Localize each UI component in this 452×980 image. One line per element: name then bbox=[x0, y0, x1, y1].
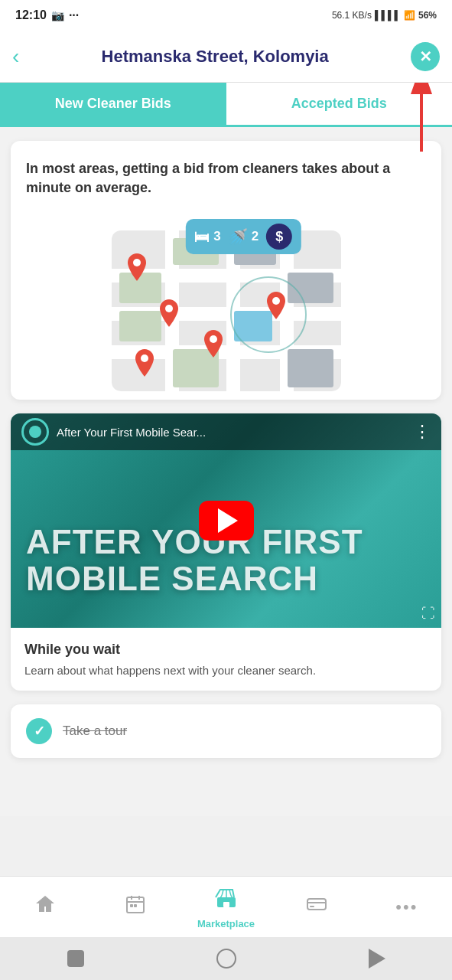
svg-point-4 bbox=[210, 335, 217, 343]
triangle-nav-icon bbox=[369, 949, 385, 969]
svg-rect-11 bbox=[130, 904, 133, 907]
svg-rect-14 bbox=[223, 902, 229, 907]
fullscreen-icon[interactable]: ⛶ bbox=[421, 606, 435, 622]
map-background bbox=[112, 230, 341, 391]
video-description: Learn about what happens next with your … bbox=[24, 662, 428, 678]
svg-rect-17 bbox=[310, 906, 314, 907]
nav-calendar[interactable] bbox=[90, 893, 180, 920]
map-pin-1 bbox=[125, 253, 148, 281]
nav-home[interactable] bbox=[0, 893, 90, 920]
bottom-nav: Marketplace ••• bbox=[0, 876, 452, 937]
status-dots: ··· bbox=[69, 8, 79, 22]
map-tooltip-badge: 🛏 3 🚿 2 $ bbox=[185, 219, 301, 254]
status-icons: 56.1 KB/s ▌▌▌▌ 📶 56% bbox=[332, 10, 437, 21]
header: ‹ Hetmanska Street, Kolomyia ✕ bbox=[0, 31, 452, 83]
dollar-badge: $ bbox=[266, 224, 292, 250]
page-title: Hetmanska Street, Kolomyia bbox=[28, 47, 402, 67]
main-content: In most areas, getting a bid from cleane… bbox=[0, 127, 452, 816]
svg-rect-15 bbox=[307, 899, 326, 910]
calendar-icon bbox=[125, 893, 146, 920]
back-button-system[interactable] bbox=[363, 944, 392, 973]
play-button[interactable] bbox=[199, 501, 254, 541]
tour-check-icon: ✓ bbox=[26, 718, 52, 744]
marketplace-icon bbox=[214, 885, 239, 915]
status-time: 12:10 📷 ··· bbox=[15, 8, 79, 22]
nav-more[interactable]: ••• bbox=[362, 897, 452, 917]
info-card: In most areas, getting a bid from cleane… bbox=[11, 141, 441, 400]
card-icon bbox=[306, 893, 327, 920]
nav-marketplace[interactable]: Marketplace bbox=[180, 885, 271, 929]
network-speed: 56.1 KB/s bbox=[332, 10, 372, 21]
wifi-icon: 📶 bbox=[404, 10, 415, 21]
svg-point-5 bbox=[272, 297, 280, 305]
while-you-wait-label: While you wait bbox=[24, 642, 428, 658]
map-pin-3 bbox=[202, 330, 225, 358]
map-illustration: 🛏 3 🚿 2 $ bbox=[26, 211, 426, 387]
back-button[interactable]: ‹ bbox=[12, 46, 19, 67]
svg-point-3 bbox=[165, 305, 173, 312]
video-top-bar: After Your First Mobile Sear... ⋮ bbox=[11, 413, 441, 450]
tab-accepted-bids[interactable]: Accepted Bids bbox=[226, 83, 453, 125]
video-more-options[interactable]: ⋮ bbox=[414, 422, 431, 442]
close-button[interactable]: ✕ bbox=[411, 42, 440, 71]
signal-icon: ▌▌▌▌ bbox=[375, 10, 401, 21]
bath-count: 2 bbox=[252, 229, 259, 244]
recents-button[interactable] bbox=[61, 944, 90, 973]
square-nav-icon bbox=[67, 950, 84, 967]
svg-point-6 bbox=[141, 354, 148, 362]
map-pin-5 bbox=[133, 349, 156, 377]
bed-count: 3 bbox=[213, 229, 220, 244]
home-icon bbox=[34, 893, 56, 920]
status-bar: 12:10 📷 ··· 56.1 KB/s ▌▌▌▌ 📶 56% bbox=[0, 0, 452, 31]
bed-count-badge: 🛏 3 bbox=[194, 228, 220, 246]
marketplace-label: Marketplace bbox=[197, 918, 255, 929]
bed-icon: 🛏 bbox=[194, 228, 210, 246]
tabs-container: New Cleaner Bids Accepted Bids bbox=[0, 83, 452, 127]
system-nav-bar bbox=[0, 937, 452, 980]
svg-rect-12 bbox=[134, 904, 137, 907]
circle-nav-icon bbox=[216, 949, 236, 969]
map-pin-4 bbox=[265, 292, 288, 319]
camera-icon: 📷 bbox=[51, 9, 64, 21]
youtube-channel-icon bbox=[21, 418, 49, 446]
nav-card[interactable] bbox=[272, 893, 362, 920]
svg-point-2 bbox=[133, 259, 141, 266]
video-card[interactable]: After Your First Mobile Sear... ⋮ AFTER … bbox=[11, 413, 441, 691]
tour-label: Take a tour bbox=[63, 724, 127, 739]
bath-icon: 🚿 bbox=[229, 227, 248, 246]
battery-level: 56% bbox=[418, 10, 437, 21]
video-thumbnail[interactable]: After Your First Mobile Sear... ⋮ AFTER … bbox=[11, 413, 441, 628]
map-pin-2 bbox=[158, 299, 180, 327]
more-icon: ••• bbox=[395, 897, 418, 917]
home-button[interactable] bbox=[212, 944, 241, 973]
video-title: After Your First Mobile Sear... bbox=[57, 426, 406, 439]
video-info: While you wait Learn about what happens … bbox=[11, 628, 441, 691]
time-display: 12:10 bbox=[15, 8, 47, 22]
play-triangle-icon bbox=[218, 508, 238, 533]
tab-new-cleaner-bids[interactable]: New Cleaner Bids bbox=[0, 83, 226, 125]
tour-card[interactable]: ✓ Take a tour bbox=[11, 704, 441, 758]
bath-count-badge: 🚿 2 bbox=[229, 227, 259, 246]
info-card-text: In most areas, getting a bid from cleane… bbox=[26, 159, 426, 198]
